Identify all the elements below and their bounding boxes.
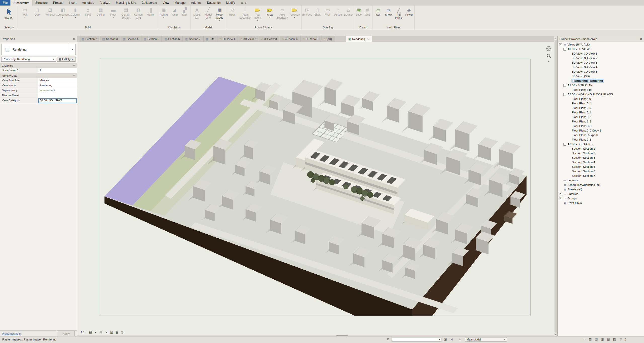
property-value[interactable]: <None> [38, 78, 77, 83]
canvas-area[interactable]: ▼ [77, 42, 554, 329]
tree-item-section-section-5[interactable]: Section: Section 5 [558, 164, 644, 169]
tree-expander-icon[interactable]: − [563, 48, 566, 51]
tree-item-section-section-7[interactable]: Section: Section 7 [558, 174, 644, 178]
ceiling-button[interactable]: ▦Ceiling [94, 7, 107, 17]
ribbon-panel-toggle-icon[interactable]: ▣ [241, 2, 243, 4]
temporary-hide-isolate-icon[interactable]: ◎ [120, 330, 124, 334]
view-tab-3d[interactable]: ⌂{3D} [321, 36, 334, 42]
filter-icon[interactable]: ▽ [620, 337, 622, 341]
tree-item-a0-00-3d-views[interactable]: −A0.00 - 3D VIEWS [558, 47, 644, 51]
crop-region-visibility-icon[interactable]: ▦ [115, 330, 119, 334]
properties-close-icon[interactable]: ✕ [73, 37, 75, 41]
worksharing-sync-icon[interactable]: ⟳ [387, 337, 390, 341]
wall-button[interactable]: ▭Wall [323, 7, 333, 17]
view-tab-section-3[interactable]: ▥Section 3 [100, 36, 120, 42]
room-separator-button[interactable]: ┆Room Separator [239, 7, 251, 19]
menu-tab-analyze[interactable]: Analyze [97, 0, 113, 6]
view-tab-3d-view-5[interactable]: ⌂3D View 5 [300, 36, 321, 42]
tree-expander-icon[interactable]: + [559, 193, 562, 195]
vertical-button[interactable]: ↕Vertical [333, 7, 343, 17]
tree-item-floor-plan-b-3[interactable]: Floor Plan: B-3 [558, 119, 644, 124]
tree-item-schedules-quantities-all[interactable]: ▦Schedules/Quantities (all) [558, 183, 644, 187]
apply-button[interactable]: Apply [58, 331, 75, 336]
instance-combobox[interactable]: Rendering: Rendering ▼ [1, 57, 56, 62]
panel-label-select[interactable]: Select ▾ [0, 25, 18, 30]
visual-style-icon[interactable]: ◐ [94, 330, 98, 334]
tree-item-3d-view-3d-view-2[interactable]: 3D View: 3D View 2 [558, 56, 644, 60]
zoom-icon[interactable] [546, 53, 552, 59]
tag-room-button[interactable]: Tag Room▼ [251, 7, 263, 22]
sun-path-icon[interactable]: ☀ [99, 330, 103, 334]
design-option-dropdown[interactable]: Main Model ▼ [465, 337, 507, 342]
tree-item-floor-plan-c-0-copy-1[interactable]: Floor Plan: C-0 Copy 1 [558, 128, 644, 133]
level-button[interactable]: ◉Level [355, 7, 363, 17]
tree-item-section-section-3[interactable]: Section: Section 3 [558, 155, 644, 160]
component-button[interactable]: ◧Component▼ [56, 7, 69, 19]
crop-view-icon[interactable]: ◱ [109, 330, 114, 334]
property-value[interactable]: 1 [38, 68, 77, 73]
tree-item-floor-plan-a-0[interactable]: Floor Plan: A-0 [558, 97, 644, 101]
menu-tab-view[interactable]: View [160, 0, 172, 6]
menu-tab-manage[interactable]: Manage [172, 0, 188, 6]
tree-item-section-section-4[interactable]: Section: Section 4 [558, 160, 644, 164]
view-tab-3d-view-3[interactable]: ⌂3D View 3 [259, 36, 279, 42]
view-tab-section-6[interactable]: ▥Section 6 [162, 36, 182, 42]
vertical-scrollbar-thumb[interactable] [555, 40, 557, 333]
view-tab-3d-view-4[interactable]: ⌂3D View 4 [280, 36, 300, 42]
tree-expander-icon[interactable]: + [559, 197, 562, 200]
menu-tab-annotate[interactable]: Annotate [79, 0, 97, 6]
menu-tab-architecture[interactable]: Architecture [10, 0, 32, 6]
edit-type-button[interactable]: ▣ Edit Type [57, 57, 75, 62]
tree-item-floor-plan-site[interactable]: Floor Plan: Site [558, 88, 644, 92]
edit-in-place-icon[interactable]: ⬒ [589, 337, 592, 341]
tree-item-views-hya-all[interactable]: −▤Views (HYA-ALL) [558, 42, 644, 47]
steering-wheel-icon[interactable] [546, 46, 552, 52]
tree-item-a6-00-sections[interactable]: −A6.00 - SECTIONS [558, 142, 644, 146]
view-tab-section-2[interactable]: ▥Section 2 [79, 36, 99, 42]
view-tab-3d-view-2[interactable]: ⌂3D View 2 [238, 36, 259, 42]
area-boundary-button[interactable]: ▱Area Boundary [276, 7, 288, 19]
view-tab-section-5[interactable]: ▥Section 5 [141, 36, 162, 42]
menu-tab-insert[interactable]: Insert [66, 0, 79, 6]
ref-plane-button[interactable]: ╱Ref Plane [394, 7, 404, 19]
room-button[interactable]: ◇Room [226, 7, 239, 17]
tree-item-section-section-2[interactable]: Section: Section 2 [558, 151, 644, 155]
curtain-system-button[interactable]: ▤Curtain System [120, 7, 132, 19]
view-tab-section-4[interactable]: ▥Section 4 [121, 36, 141, 42]
view-tab-site[interactable]: ▩Site [203, 36, 217, 42]
panel-label-room-area[interactable]: Room & Area ▾ [226, 25, 301, 30]
tree-item-3d-view-3d[interactable]: 3D View: {3D} [558, 74, 644, 78]
select-underlay-icon[interactable]: ◨ [601, 337, 604, 341]
tree-item-3d-view-3d-view-3[interactable]: 3D View: 3D View 3 [558, 60, 644, 65]
menu-tab-add-ins[interactable]: Add-Ins [188, 0, 204, 6]
scroll-up-icon[interactable]: ▲ [554, 36, 557, 39]
tree-item-groups[interactable]: +◱Groups [558, 196, 644, 201]
tree-item-sheets-all[interactable]: ▧Sheets (all) [558, 187, 644, 192]
tree-item-revit-links[interactable]: ▣Revit Links [558, 201, 644, 205]
rendering-viewport[interactable] [99, 59, 531, 316]
tree-item-floor-plan-c-1[interactable]: Floor Plan: C-1 [558, 137, 644, 142]
wall-button[interactable]: ▭Wall▼ [19, 7, 31, 19]
tree-item-floor-plan-b-0[interactable]: Floor Plan: B-0 [558, 106, 644, 110]
set-button[interactable]: ▱Set [373, 7, 383, 17]
curtain-grid-button[interactable]: ▥Curtain Grid [132, 7, 145, 19]
menu-tab-datasmith[interactable]: Datasmith [204, 0, 223, 6]
close-tab-icon[interactable]: ✕ [367, 38, 369, 40]
exclude-options-icon[interactable]: ▭ [583, 337, 586, 341]
menu-tab-structure[interactable]: Structure [32, 0, 50, 6]
ramp-button[interactable]: ◢Ramp [169, 7, 180, 17]
editable-worksets-icon[interactable]: ◪ [444, 337, 447, 341]
property-value[interactable]: Independent [38, 88, 77, 93]
design-options-icon[interactable]: ⌂ [459, 337, 461, 341]
grid-button[interactable]: #Grid [363, 7, 372, 17]
scale-button[interactable]: 1:1 ▾ [80, 330, 87, 334]
tree-item-families[interactable]: +⌂Families [558, 192, 644, 196]
section-header-identity-data[interactable]: Identity Data [0, 73, 77, 78]
tree-item-floor-plan-b-1[interactable]: Floor Plan: B-1 [558, 110, 644, 115]
view-tab-3d-view-1[interactable]: ⌂3D View 1 [217, 36, 238, 42]
roof-button[interactable]: ⌂Roof▼ [82, 7, 94, 19]
menu-tab-modify[interactable]: Modify [223, 0, 238, 6]
area-button[interactable]: Area▼ [264, 7, 276, 19]
menu-tab-collaborate[interactable]: Collaborate [139, 0, 160, 6]
tree-item-floor-plan-a-1[interactable]: Floor Plan: A-1 [558, 101, 644, 106]
